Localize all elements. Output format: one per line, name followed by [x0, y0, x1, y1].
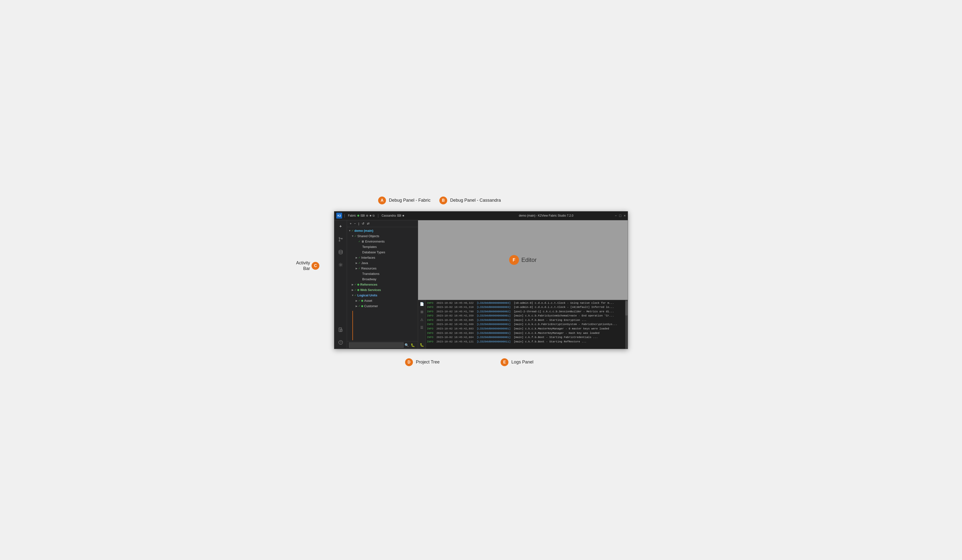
badge-a: A [378, 196, 386, 204]
logs-sidebar-icons: 📄 ⊞ ⚠ ☰ 🐛 [418, 300, 426, 349]
shared-objects-check: ✓ [354, 235, 357, 238]
tree-orange-line-container [347, 311, 418, 340]
tree-item-interfaces[interactable]: ▶ ✓ Interfaces [347, 255, 418, 261]
log-msg-10: [main] c.k.f.b.Boot - Starting RefRestor… [514, 340, 587, 343]
environments-label: Environments [365, 240, 418, 243]
tree-remove-button[interactable]: − [353, 221, 357, 226]
tree-item-resources[interactable]: ▶ ✓ Resources [347, 266, 418, 271]
editor-area: F Editor 📄 ⊞ ⚠ ☰ 🐛 [418, 220, 628, 349]
fabric-terminal-icon[interactable]: ⌨ [360, 214, 365, 217]
annotation-e-label: E Logs Panel [500, 358, 533, 366]
tree-add-button[interactable]: + [349, 221, 352, 226]
cassandra-terminal-icon[interactable]: ⌨ [397, 214, 401, 217]
log-level-4: INFO [427, 314, 433, 317]
annotation-c-label: Activity Bar C [296, 260, 321, 272]
logs-icon-docs[interactable]: 📄 [419, 301, 425, 307]
log-level-7: INFO [427, 327, 433, 330]
tree-item-customer[interactable]: ▶ ✓ Customer [347, 304, 418, 309]
customer-check: ✓ [358, 304, 360, 308]
badge-d: D [405, 358, 413, 366]
tree-item-translations[interactable]: ▶ Translations [347, 271, 418, 277]
interfaces-check: ✓ [358, 256, 360, 259]
tree-root[interactable]: ▼ ✓ demo (main) [347, 228, 418, 233]
svg-point-5 [340, 264, 341, 266]
tree-item-environments[interactable]: ▶ ✓ 🖥 Environments [347, 239, 418, 244]
log-level-3: INFO [427, 310, 433, 313]
close-button[interactable]: × [624, 214, 626, 217]
activity-icon-help[interactable]: ? [336, 338, 345, 347]
log-id-9: [LID2b0d000000000001] [476, 336, 511, 339]
cassandra-tab[interactable]: Cassandra ⌨ ■ [380, 213, 405, 218]
activity-icon-branch[interactable] [336, 235, 345, 244]
editor-main: F Editor [418, 220, 628, 300]
log-level-6: INFO [427, 323, 433, 326]
asset-check: ✓ [358, 299, 360, 302]
annotation-d-text: Project Tree [416, 360, 440, 365]
activity-icon-plus[interactable]: + [336, 222, 345, 231]
log-level-9: INFO [427, 336, 433, 339]
logs-icon-list[interactable]: ☰ [419, 325, 425, 330]
tab-separator-2: | [378, 214, 379, 217]
translations-label: Translations [362, 272, 418, 275]
log-line-7: INFO 2023-10-02 16:45:42,883 [LID2b0d000… [427, 327, 624, 331]
tree-item-broadway[interactable]: ▶ Broadway [347, 277, 418, 282]
log-msg-2: [s0-admin-0] c.d.o.d.i.c.t.Clock - [s0|d… [514, 306, 614, 309]
logs-scrollbar[interactable] [625, 300, 628, 349]
maximize-button[interactable]: □ [619, 214, 621, 217]
templates-label: Templates [362, 245, 418, 249]
project-tree-sidebar: + − | ↺ ⇄ ▼ ✓ demo (main) [347, 220, 418, 349]
window-controls[interactable]: − □ × [615, 214, 626, 217]
log-line-8: INFO 2023-10-02 16:45:42,884 [LID2b0d000… [427, 331, 624, 336]
logicalunits-check: ✓ [354, 294, 357, 297]
tree-refresh-button[interactable]: ↺ [361, 221, 365, 226]
shared-objects-label: Shared Objects [357, 234, 418, 238]
search-input[interactable] [349, 343, 404, 348]
annotation-a-text: Debug Panel - Fabric [389, 198, 431, 203]
tree-orange-indicator [352, 311, 353, 340]
webservices-status-dot [357, 289, 359, 291]
activity-icon-database[interactable] [336, 248, 345, 256]
tree-item-database-types[interactable]: ▶ Database Types [347, 249, 418, 255]
cassandra-stop-icon[interactable]: ■ [402, 214, 404, 217]
log-level-1: INFO [427, 301, 433, 304]
logs-icon-bug[interactable]: 🐛 [419, 342, 425, 348]
svg-point-1 [339, 240, 340, 241]
log-ts-4: 2023-10-02 16:45:42,359 [436, 314, 474, 317]
tree-item-templates[interactable]: ▶ Templates [347, 244, 418, 249]
tree-item-java[interactable]: ▶ ✓ Java [347, 261, 418, 266]
fabric-stop-icon[interactable]: ■ [370, 214, 371, 217]
search-icon[interactable]: 🔍 [404, 343, 410, 348]
activity-icon-settings[interactable] [336, 261, 345, 269]
activity-icon-docs[interactable] [336, 325, 345, 334]
fabric-console-icon[interactable]: ⧉ [373, 214, 375, 217]
resources-check: ✓ [358, 267, 360, 270]
log-level-2: INFO [427, 306, 433, 309]
logs-icon-grid[interactable]: ⊞ [420, 309, 425, 315]
references-status-dot [357, 284, 359, 286]
tree-collapse-button[interactable]: ⇄ [366, 221, 370, 226]
log-line-2: INFO 2023-10-02 16:45:41,310 [LID2b0d000… [427, 305, 624, 310]
java-arrow: ▶ [355, 262, 358, 264]
tree-item-logical-units[interactable]: ▼ ✓ Logical Units [347, 293, 418, 298]
minimize-button[interactable]: − [615, 214, 617, 217]
fabric-status-dot [357, 215, 359, 217]
bug-icon[interactable]: 🐛 [410, 343, 416, 348]
references-check: ✓ [354, 283, 357, 286]
fabric-tab-label: Fabric [348, 214, 356, 217]
log-id-8: [LID2b0d000000000001] [476, 331, 511, 335]
fabric-tab[interactable]: Fabric ⌨ ⊕ ■ ⧉ [347, 213, 376, 218]
customer-arrow: ▶ [355, 305, 358, 307]
tree-item-web-services[interactable]: ▶ ✓ Web Services [347, 287, 418, 293]
logs-icon-warning[interactable]: ⚠ [419, 317, 425, 323]
log-line-1: INFO 2023-10-02 16:45:40,322 [LID2b0d000… [427, 301, 624, 306]
tab-separator-1: | [344, 214, 345, 217]
log-ts-10: 2023-10-02 16:45:43,121 [436, 340, 474, 343]
customer-status-dot [361, 305, 363, 307]
fabric-web-icon[interactable]: ⊕ [366, 214, 368, 217]
tree-item-references[interactable]: ▶ ✓ References [347, 282, 418, 287]
log-msg-5: [main] c.k.f.b.Boot - Starting Encryptio… [514, 319, 587, 322]
tree-item-asset[interactable]: ▶ ✓ Asset [347, 298, 418, 304]
tree-item-shared-objects[interactable]: ▼ ✓ Shared Objects [347, 233, 418, 239]
annotation-f-text: Editor [521, 256, 537, 263]
java-label: Java [361, 261, 418, 265]
